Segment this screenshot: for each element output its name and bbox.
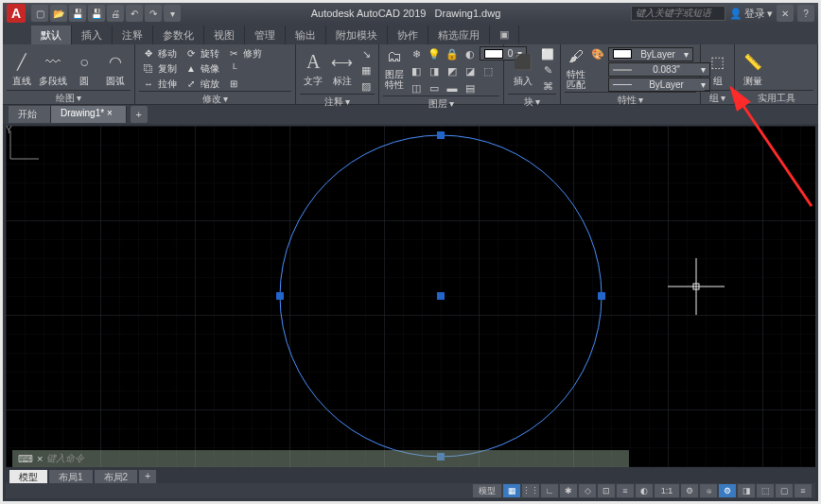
panel-layer-title[interactable]: 图层 ▾	[383, 96, 499, 109]
layer-isolate-icon[interactable]: ◐	[462, 46, 479, 61]
panel-annotate-title[interactable]: 注释 ▾	[300, 94, 375, 107]
block-create-icon[interactable]: ⬜	[539, 46, 556, 61]
layer-ic8[interactable]: ▬	[444, 80, 461, 96]
grip-top[interactable]	[437, 131, 445, 139]
trim-button[interactable]: ✂修剪	[224, 46, 265, 61]
close-icon[interactable]: ×	[37, 453, 43, 464]
line-button[interactable]: ╱直线	[7, 46, 36, 90]
help-search-input[interactable]: 键入关键字或短语	[631, 6, 725, 21]
filetab-start[interactable]: 开始	[9, 106, 51, 123]
grip-right[interactable]	[598, 292, 605, 300]
group-button[interactable]: ⬚组	[705, 46, 730, 90]
arc-button[interactable]: ◠圆弧	[101, 46, 131, 90]
status-osnap-icon[interactable]: ⊡	[598, 484, 615, 497]
tab-view[interactable]: 视图	[204, 26, 245, 44]
status-lwt-icon[interactable]: ≡	[617, 484, 634, 497]
text-button[interactable]: A文字	[300, 46, 327, 90]
hatch-icon[interactable]: ▨	[358, 78, 375, 94]
layer-ic7[interactable]: ▭	[426, 80, 443, 96]
status-clean-icon[interactable]: ▢	[776, 484, 793, 497]
status-grid-icon[interactable]: ▦	[503, 484, 520, 497]
tab-addins[interactable]: 附加模块	[326, 26, 388, 44]
help-icon[interactable]: ?	[797, 5, 814, 22]
move-button[interactable]: ✥移动	[139, 46, 180, 61]
status-snap-icon[interactable]: ⋮⋮	[522, 484, 539, 497]
status-polar-icon[interactable]: ✱	[560, 484, 577, 497]
status-isolate-icon[interactable]: ◨	[738, 484, 755, 497]
tab-featured[interactable]: 精选应用	[428, 26, 490, 44]
status-model-button[interactable]: 模型	[473, 484, 501, 497]
status-scale-button[interactable]: 1:1	[655, 484, 679, 497]
insert-block-button[interactable]: ⬛插入	[508, 46, 537, 90]
status-anno-icon[interactable]: ⍟	[700, 484, 717, 497]
lineweight-combo[interactable]: 0.083"▾	[608, 62, 710, 77]
layer-properties-button[interactable]: 🗂图层 特性	[383, 46, 406, 90]
close-icon[interactable]: ×	[107, 108, 113, 118]
fillet-button[interactable]: └	[224, 61, 265, 76]
layer-ic5[interactable]: ⬚	[480, 63, 497, 78]
status-custom-icon[interactable]: ≡	[795, 484, 812, 497]
panel-group-title[interactable]: 组 ▾	[705, 90, 730, 103]
tab-default[interactable]: 默认	[31, 26, 72, 44]
tab-expand-icon[interactable]: ▣	[490, 26, 519, 44]
panel-modify-title[interactable]: 修改 ▾	[139, 91, 291, 104]
qat-dropdown-icon[interactable]: ▾	[164, 5, 181, 22]
app-logo[interactable]: A	[7, 4, 26, 23]
qat-redo-icon[interactable]: ↷	[145, 5, 162, 22]
layer-ic4[interactable]: ◪	[462, 63, 479, 78]
panel-properties-title[interactable]: 特性 ▾	[565, 92, 696, 105]
rotate-button[interactable]: ⟳旋转	[182, 46, 222, 61]
filetab-add-button[interactable]: +	[131, 106, 148, 123]
status-hw-icon[interactable]: ⬚	[757, 484, 774, 497]
layer-ic6[interactable]: ◫	[408, 80, 425, 96]
block-attr-icon[interactable]: ⌘	[539, 78, 556, 94]
grip-center[interactable]	[437, 292, 445, 300]
panel-draw-title[interactable]: 绘图 ▾	[7, 90, 131, 103]
color-combo[interactable]: ByLayer▾	[608, 47, 693, 61]
exchange-icon[interactable]: ✕	[777, 5, 794, 22]
qat-new-icon[interactable]: ▢	[31, 5, 48, 22]
status-gear-icon[interactable]: ⚙	[681, 484, 698, 497]
qat-save-icon[interactable]: 💾	[69, 5, 86, 22]
command-bar[interactable]: ⌨ × 键入命令	[12, 450, 629, 467]
login-button[interactable]: 👤 登录 ▾	[729, 7, 773, 21]
tab-output[interactable]: 输出	[286, 26, 326, 44]
layer-ic1[interactable]: ◧	[408, 63, 425, 78]
panel-block-title[interactable]: 块 ▾	[508, 94, 556, 107]
qat-undo-icon[interactable]: ↶	[126, 5, 143, 22]
linetype-combo[interactable]: ByLayer▾	[608, 78, 710, 92]
circle-button[interactable]: ○圆	[70, 46, 99, 90]
tab-insert[interactable]: 插入	[72, 26, 113, 44]
array-button[interactable]: ⊞	[224, 77, 265, 91]
table-icon[interactable]: ▦	[358, 62, 375, 78]
layer-ic9[interactable]: ▤	[462, 80, 479, 96]
block-edit-icon[interactable]: ✎	[539, 62, 556, 78]
tab-annotate[interactable]: 注释	[113, 26, 153, 44]
tab-collab[interactable]: 协作	[388, 26, 428, 44]
status-transparency-icon[interactable]: ◐	[636, 484, 653, 497]
drawing-canvas[interactable]: Y	[6, 126, 815, 467]
match-properties-button[interactable]: 🖌特性 匹配	[565, 46, 587, 90]
dimension-button[interactable]: ⟷标注	[329, 46, 357, 90]
qat-saveas-icon[interactable]: 💾	[88, 5, 105, 22]
layer-off-icon[interactable]: 💡	[426, 46, 443, 61]
layer-freeze-icon[interactable]: ❄	[408, 46, 425, 61]
color-wheel-icon[interactable]: 🎨	[589, 46, 606, 61]
mirror-button[interactable]: ▲镜像	[182, 61, 222, 76]
scale-button[interactable]: ⤢缩放	[182, 77, 222, 91]
grip-left[interactable]	[276, 292, 284, 300]
qat-plot-icon[interactable]: 🖨	[107, 5, 124, 22]
polyline-button[interactable]: 〰多段线	[38, 46, 67, 90]
leader-icon[interactable]: ↘	[358, 46, 375, 61]
filetab-drawing1[interactable]: Drawing1* ×	[51, 106, 127, 123]
stretch-button[interactable]: ↔拉伸	[139, 77, 180, 91]
tab-manage[interactable]: 管理	[245, 26, 286, 44]
layer-ic3[interactable]: ◩	[444, 63, 461, 78]
tab-parametric[interactable]: 参数化	[153, 26, 204, 44]
qat-open-icon[interactable]: 📂	[50, 5, 67, 22]
copy-button[interactable]: ⿻复制	[139, 61, 180, 76]
measure-button[interactable]: 📏测量	[739, 46, 767, 90]
layer-lock-icon[interactable]: 🔒	[444, 46, 461, 61]
status-workspace-icon[interactable]: ⚙	[719, 484, 736, 497]
status-ortho-icon[interactable]: ∟	[541, 484, 558, 497]
